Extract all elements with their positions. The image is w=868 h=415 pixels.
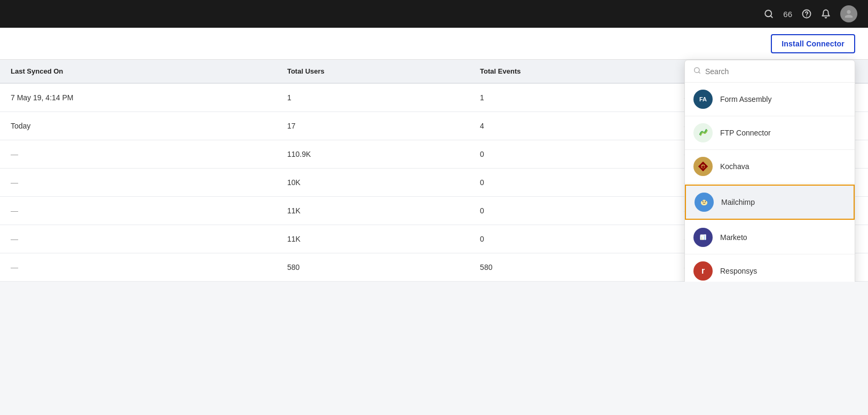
dropdown-item-label: Marketo [720, 233, 747, 242]
dropdown-search-container [685, 60, 855, 83]
responsys-icon: r [693, 261, 713, 281]
svg-line-5 [699, 72, 700, 74]
cell-total_users: 10K [277, 169, 469, 197]
cell-total_users: 1 [277, 83, 469, 112]
marketo-icon: 📊 [693, 228, 713, 247]
svg-point-14 [705, 201, 706, 202]
svg-rect-20 [703, 237, 704, 240]
cell-last_synced_on: — [0, 169, 277, 197]
cell-last_synced_on: — [0, 197, 277, 225]
search-icon[interactable] [764, 9, 774, 19]
cell-total_users: 11K [277, 197, 469, 225]
col-total-users: Total Users [277, 60, 469, 83]
svg-point-13 [703, 201, 704, 202]
bell-icon[interactable] [821, 9, 831, 19]
cell-total_events: 0 [469, 197, 674, 225]
ftp-icon [693, 123, 713, 142]
kochava-icon: ★ [693, 157, 713, 176]
dropdown-item-label: Kochava [720, 162, 749, 171]
cell-total_events: 0 [469, 169, 674, 197]
action-bar: Install Connector [0, 28, 868, 60]
dropdown-item-ftp-connector[interactable]: FTP Connector [685, 116, 855, 150]
cell-total_users: 17 [277, 112, 469, 140]
help-icon[interactable] [802, 9, 811, 19]
mailchimp-icon [695, 193, 714, 212]
navbar: 66 [0, 0, 868, 28]
dropdown-search-input[interactable] [705, 67, 846, 76]
install-connector-button[interactable]: Install Connector [771, 34, 855, 53]
dropdown-item-marketo[interactable]: 📊 Marketo [685, 221, 855, 254]
dropdown-item-kochava[interactable]: ★ Kochava [685, 150, 855, 183]
cell-last_synced_on: Today [0, 112, 277, 140]
main-content: Last Synced On Total Users Total Events … [0, 60, 868, 282]
cell-total_events: 0 [469, 140, 674, 169]
cell-total_users: 580 [277, 253, 469, 282]
form-assembly-icon: FA [693, 90, 713, 109]
cell-total_events: 580 [469, 253, 674, 282]
dropdown-item-mailchimp[interactable]: Mailchimp [685, 185, 855, 220]
dropdown-item-form-assembly[interactable]: FAForm Assembly [685, 83, 855, 116]
cell-last_synced_on: — [0, 140, 277, 169]
dropdown-item-label: Responsys [720, 267, 757, 275]
dropdown-item-label: Form Assembly [720, 95, 771, 103]
svg-line-1 [771, 15, 772, 17]
cell-total_events: 0 [469, 225, 674, 253]
col-total-events: Total Events [469, 60, 674, 83]
svg-point-16 [706, 201, 707, 203]
cell-total_events: 4 [469, 112, 674, 140]
cell-total_events: 1 [469, 83, 674, 112]
dropdown-item-label: FTP Connector [720, 129, 771, 137]
dropdown-item-label: Mailchimp [721, 198, 755, 206]
cell-last_synced_on: — [0, 253, 277, 282]
notification-count: 66 [783, 10, 792, 19]
svg-text:★: ★ [701, 164, 706, 170]
svg-rect-19 [700, 235, 702, 240]
svg-point-15 [701, 201, 703, 203]
col-last-synced-on: Last Synced On [0, 60, 277, 83]
cell-last_synced_on: — [0, 225, 277, 253]
avatar[interactable] [840, 5, 857, 22]
cell-total_users: 11K [277, 225, 469, 253]
svg-rect-21 [705, 235, 706, 240]
dropdown-item-responsys[interactable]: rResponsys [685, 254, 855, 282]
dropdown-items: FAForm Assembly FTP Connector ★ Kochava [685, 83, 855, 282]
dropdown-search-icon [693, 67, 701, 76]
cell-total_users: 110.9K [277, 140, 469, 169]
connector-dropdown: FAForm Assembly FTP Connector ★ Kochava [684, 60, 855, 282]
cell-last_synced_on: 7 May 19, 4:14 PM [0, 83, 277, 112]
